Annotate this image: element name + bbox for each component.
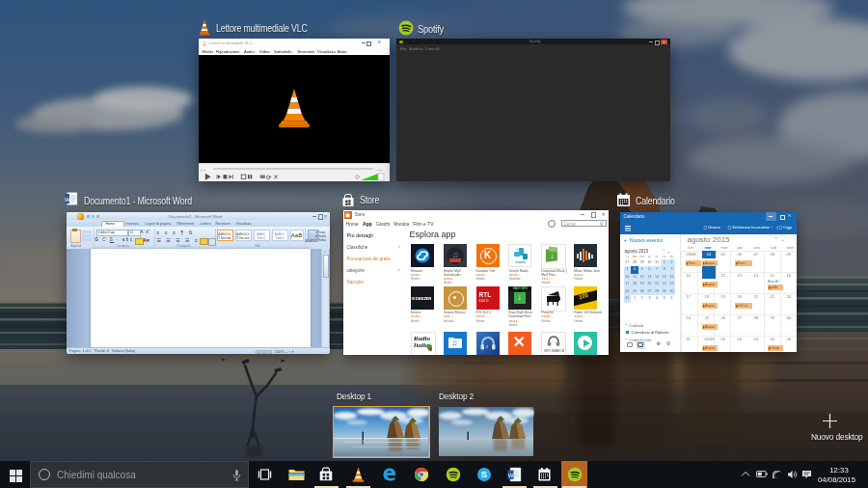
- svg-text:W: W: [65, 197, 70, 203]
- svg-text:S: S: [481, 469, 487, 479]
- svg-text:W: W: [508, 473, 514, 478]
- svg-text:♫: ♫: [485, 344, 488, 349]
